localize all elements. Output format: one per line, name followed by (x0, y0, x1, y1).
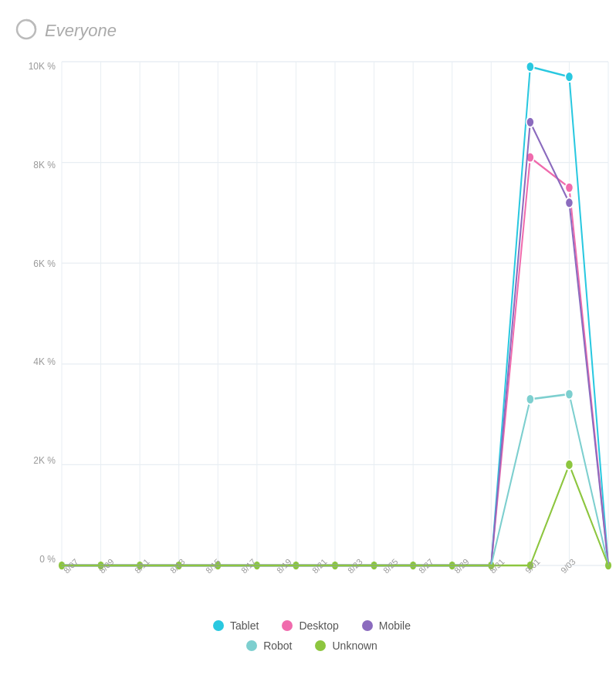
legend-label-tablet: Tablet (230, 619, 259, 632)
legend-dot-unknown (315, 640, 326, 651)
chart-wrapper: 10K % 8K % 6K % 4K % 2K % 0 % (15, 62, 608, 565)
legend-label-mobile: Mobile (379, 619, 411, 632)
mobile-dot-9-01 (565, 197, 573, 208)
legend-label-desktop: Desktop (299, 619, 338, 632)
y-label-4k: 4K % (33, 357, 56, 366)
mobile-dot-8-31 (526, 117, 534, 127)
unknown-dot-9-01 (565, 460, 573, 470)
legend-item-tablet: Tablet (213, 619, 259, 632)
legend-dot-mobile (362, 620, 373, 631)
legend-dot-tablet (213, 620, 224, 631)
legend-label-unknown: Unknown (332, 640, 377, 652)
legend-label-robot: Robot (263, 640, 292, 652)
page-container: Everyone 10K % 8K % 6K % 4K % 2K % 0 % (0, 0, 616, 675)
robot-dot-9-01 (565, 389, 573, 399)
desktop-dot-9-01 (565, 183, 573, 193)
y-axis: 10K % 8K % 6K % 4K % 2K % 0 % (15, 62, 62, 565)
filter-icon (15, 19, 37, 43)
chart-legend: Tablet Desktop Mobile Robot Unknown (15, 604, 608, 660)
y-label-8k: 8K % (33, 160, 56, 170)
tablet-dot-8-31 (526, 62, 534, 72)
robot-dot-8-31 (526, 394, 534, 404)
legend-item-unknown: Unknown (315, 640, 377, 652)
chart-body (62, 62, 608, 565)
x-axis: 8/07 8/09 8/11 8/13 8/15 8/17 8/19 8/21 … (62, 565, 608, 604)
legend-item-mobile: Mobile (362, 619, 411, 632)
y-label-6k: 6K % (33, 259, 56, 268)
legend-dot-desktop (282, 620, 293, 631)
chart-area: 10K % 8K % 6K % 4K % 2K % 0 % (15, 62, 608, 660)
y-label-0: 0 % (39, 555, 56, 564)
chart-header: Everyone (15, 15, 608, 46)
y-label-10k: 10K % (29, 62, 56, 71)
main-chart-svg (62, 62, 608, 565)
legend-dot-robot (246, 640, 257, 651)
y-label-2k: 2K % (33, 456, 56, 465)
legend-item-desktop: Desktop (282, 619, 338, 632)
legend-item-robot: Robot (246, 640, 292, 652)
tablet-dot-9-01 (565, 72, 573, 82)
page-title: Everyone (45, 21, 117, 41)
